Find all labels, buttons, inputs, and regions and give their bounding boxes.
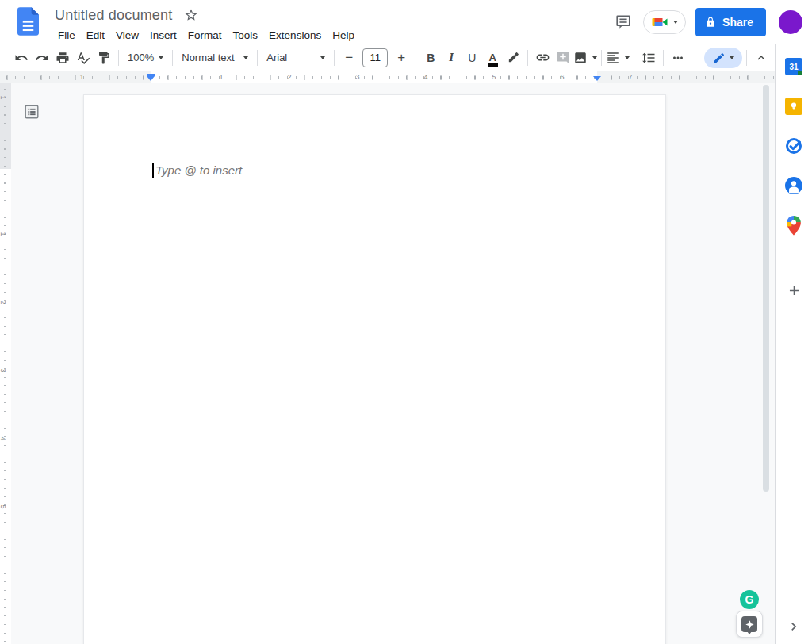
underline-button[interactable]: U (462, 48, 482, 68)
highlight-color-button[interactable] (503, 48, 523, 68)
italic-button[interactable]: I (441, 48, 462, 68)
menu-item[interactable]: Format (182, 28, 228, 43)
line-spacing-button[interactable] (638, 48, 659, 68)
toolbar-divider (527, 50, 528, 66)
toolbar-divider (634, 50, 634, 66)
menu-item[interactable]: Help (327, 28, 360, 43)
paragraph-style-select[interactable]: Normal text (177, 48, 253, 68)
ruler-number: 1 (0, 232, 7, 236)
hide-menus-button[interactable] (751, 48, 772, 68)
horizontal-ruler[interactable]: 1 1234567 (0, 71, 775, 83)
increase-font-size-button[interactable]: + (393, 48, 410, 67)
chevron-right-icon (786, 619, 802, 634)
align-caret-icon (625, 56, 630, 59)
menu-item[interactable]: Insert (144, 28, 182, 43)
menu-bar: FileEditViewInsertFormatToolsExtensionsH… (52, 25, 360, 44)
plus-icon (787, 283, 802, 298)
font-family-caret-icon (320, 56, 325, 59)
document-page[interactable]: Type @ to insert (83, 94, 666, 644)
share-button[interactable]: Share (695, 8, 766, 36)
paint-format-button[interactable] (94, 48, 114, 68)
ruler-number: 7 (626, 72, 634, 82)
toolbar: 100% Normal text Arial − 11 + B I U A (0, 44, 775, 71)
share-button-label: Share (722, 16, 753, 29)
toolbar-divider (172, 50, 173, 66)
empty-doc-placeholder[interactable]: Type @ to insert (155, 163, 242, 177)
editing-mode-caret-icon (730, 56, 734, 59)
google-docs-logo-icon[interactable] (17, 7, 39, 36)
document-title[interactable]: Untitled document (51, 6, 176, 25)
insert-link-button[interactable] (532, 48, 553, 68)
font-family-select[interactable]: Arial (262, 48, 330, 68)
menu-item[interactable]: Edit (81, 28, 110, 43)
google-tasks-button[interactable] (779, 132, 808, 160)
toolbar-divider (601, 50, 602, 66)
ruler-number: 5 (0, 504, 7, 508)
font-size-input[interactable]: 11 (362, 48, 388, 67)
add-comment-button[interactable] (553, 48, 573, 68)
toolbar-divider (746, 50, 747, 66)
left-indent-marker[interactable] (147, 74, 155, 81)
text-color-letter: A (489, 52, 496, 63)
decrease-font-size-button[interactable]: − (340, 48, 358, 67)
google-maps-button[interactable] (779, 211, 808, 240)
undo-button[interactable] (11, 48, 32, 68)
open-comments-button[interactable] (608, 7, 638, 37)
ruler-number: 1 (78, 72, 85, 82)
print-button[interactable] (52, 48, 73, 68)
ruler-number: 2 (285, 72, 293, 82)
grammarly-icon[interactable]: G (740, 590, 759, 609)
get-add-ons-button[interactable] (779, 276, 808, 305)
align-button[interactable] (606, 48, 630, 68)
menu-item[interactable]: File (52, 28, 81, 43)
ruler-number: 1 (217, 72, 224, 82)
google-maps-icon (787, 216, 801, 236)
google-keep-button[interactable] (779, 92, 808, 121)
app-bar: Untitled document FileEditViewInsertForm… (0, 0, 812, 44)
calendar-day-label: 31 (789, 63, 798, 71)
ruler-number: 6 (558, 72, 565, 82)
ruler-number: 4 (0, 436, 7, 440)
toolbar-divider (663, 50, 664, 66)
text-color-button[interactable]: A (482, 48, 503, 68)
menu-item[interactable]: View (110, 28, 144, 43)
editing-mode-select[interactable] (704, 48, 742, 68)
right-indent-marker[interactable] (593, 76, 601, 81)
toolbar-divider (334, 50, 335, 66)
ruler-half-ticks (0, 75, 775, 80)
ruler-number: 1 (0, 95, 7, 99)
font-family-value: Arial (266, 52, 287, 63)
zoom-caret-icon (159, 56, 163, 59)
account-avatar[interactable] (779, 10, 802, 34)
show-document-outline-button[interactable] (21, 101, 43, 123)
paragraph-style-value: Normal text (182, 52, 234, 63)
vertical-scrollbar[interactable] (763, 85, 769, 492)
star-icon[interactable] (182, 6, 200, 24)
toolbar-divider (416, 50, 416, 66)
insert-image-button[interactable] (573, 48, 597, 68)
menu-item[interactable]: Tools (228, 28, 264, 43)
vertical-ruler[interactable]: 1 12345 (0, 83, 11, 644)
zoom-value: 100% (128, 52, 154, 63)
google-keep-icon (785, 98, 802, 115)
bold-button[interactable]: B (420, 48, 441, 68)
google-calendar-button[interactable]: 31 (779, 52, 808, 81)
ruler-number: 4 (422, 72, 429, 82)
hide-side-panel-button[interactable] (779, 612, 808, 641)
spelling-check-button[interactable] (73, 48, 94, 68)
ruler-minor-ticks (4, 83, 6, 644)
join-meet-button[interactable] (643, 10, 686, 34)
redo-button[interactable] (32, 48, 52, 68)
paragraph-style-caret-icon (243, 56, 248, 59)
zoom-select[interactable]: 100% (123, 48, 168, 68)
more-toolbar-options-button[interactable] (668, 48, 688, 68)
google-contacts-button[interactable] (779, 171, 808, 200)
pencil-icon (713, 52, 726, 64)
side-panel-divider (784, 255, 803, 255)
font-size-group: − 11 + (340, 48, 410, 67)
google-meet-icon (652, 16, 668, 29)
menu-item[interactable]: Extensions (263, 28, 327, 43)
explore-button[interactable] (736, 611, 763, 638)
text-color-swatch (488, 63, 498, 67)
side-panel: 31 (775, 44, 812, 644)
